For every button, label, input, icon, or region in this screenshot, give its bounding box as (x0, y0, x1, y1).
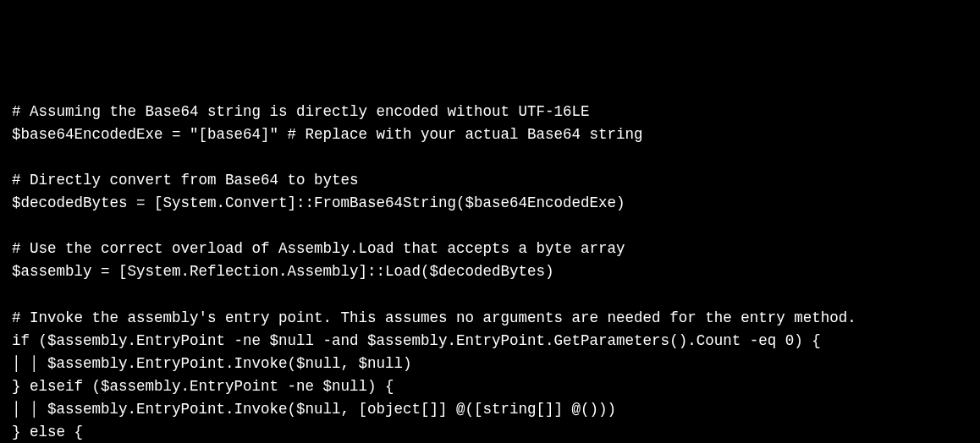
code-line: # Use the correct overload of Assembly.L… (12, 238, 968, 260)
code-line: $base64EncodedExe = "[base64]" # Replace… (12, 123, 968, 146)
code-line: │ │ $assembly.EntryPoint.Invoke($null, [… (12, 398, 968, 421)
code-line: if ($assembly.EntryPoint -ne $null -and … (12, 330, 968, 353)
code-line: } elseif ($assembly.EntryPoint -ne $null… (12, 375, 968, 398)
code-line: $decodedBytes = [System.Convert]::FromBa… (12, 192, 968, 215)
code-line: # Assuming the Base64 string is directly… (12, 101, 968, 123)
code-line: $assembly = [System.Reflection.Assembly]… (12, 260, 968, 283)
code-line (12, 146, 968, 169)
code-line: # Invoke the assembly's entry point. Thi… (12, 307, 968, 330)
code-line: │ │ $assembly.EntryPoint.Invoke($null, $… (12, 353, 968, 375)
code-line (12, 215, 968, 238)
code-line: } else { (12, 421, 968, 443)
code-line (12, 284, 968, 307)
code-block: # Assuming the Base64 string is directly… (12, 101, 968, 444)
code-line: # Directly convert from Base64 to bytes (12, 169, 968, 192)
